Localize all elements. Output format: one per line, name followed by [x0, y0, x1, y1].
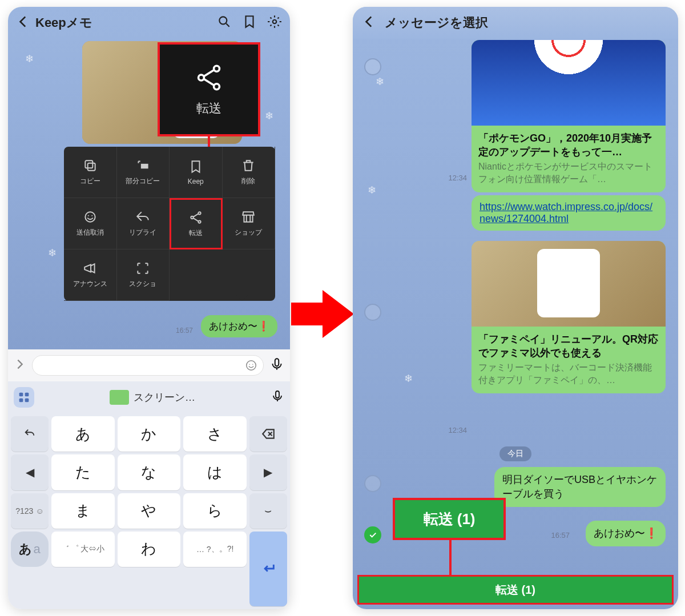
svg-point-11: [85, 212, 95, 222]
svg-rect-20: [25, 398, 29, 402]
key-ta[interactable]: た: [51, 454, 115, 490]
key-na[interactable]: な: [118, 454, 181, 490]
keyboard-header: スクリーン…: [8, 381, 290, 413]
link-bubble[interactable]: https://www.watch.impress.co.jp/docs/new…: [472, 195, 666, 231]
link-text[interactable]: https://www.watch.impress.co.jp/docs/new…: [480, 201, 652, 224]
time-akeome-r: 16:57: [551, 531, 570, 539]
callout-forward-count: 転送 (1): [393, 498, 506, 540]
flow-arrow-icon: [291, 285, 354, 343]
time-card1: 12:34: [448, 174, 467, 182]
date-chip: 今日: [499, 446, 531, 461]
header-right: メッセージを選択: [353, 7, 678, 39]
key-symbols[interactable]: ?123 ☺: [11, 493, 49, 529]
card1-desc: Nianticとポケモンがサービス中のスマートフォン向け位置情報ゲーム「…: [472, 160, 666, 193]
svg-rect-17: [19, 393, 23, 397]
svg-rect-18: [25, 393, 29, 397]
svg-point-7: [214, 83, 220, 89]
card-image-2: [472, 241, 666, 327]
time-card2: 12:34: [448, 426, 467, 434]
key-enter[interactable]: [249, 532, 287, 606]
menu-copy[interactable]: コピー: [64, 147, 117, 198]
bubble-akeome-r[interactable]: あけおめ〜❗: [586, 521, 666, 546]
svg-point-12: [191, 216, 194, 218]
header-left: Keepメモ: [8, 7, 290, 39]
svg-point-1: [273, 20, 277, 24]
message-input[interactable]: [32, 355, 264, 376]
svg-point-0: [219, 17, 227, 24]
callout-forward: 転送: [158, 42, 260, 136]
key-ha[interactable]: は: [183, 454, 247, 490]
time-akeome: 16:57: [176, 327, 193, 335]
phone-right: メッセージを選択 ❄ ❄ ❄ 「ポケモンGO」，2020年10月実施予定のアップ…: [353, 7, 678, 609]
select-ring-2[interactable]: [364, 304, 381, 321]
select-ring-1[interactable]: [364, 58, 381, 75]
grid-apps-icon[interactable]: [14, 387, 34, 408]
key-punct[interactable]: … ?、。?!: [183, 532, 247, 567]
menu-forward[interactable]: 転送: [170, 198, 223, 249]
menu-unsend[interactable]: 送信取消: [64, 198, 117, 249]
search-icon[interactable]: [217, 14, 232, 31]
card1-title: 「ポケモンGO」，2020年10月実施予定のアップデートをもって一…: [472, 126, 666, 160]
card-image-1: [472, 40, 666, 126]
mic-icon[interactable]: [269, 357, 284, 374]
svg-rect-9: [85, 160, 92, 168]
key-right[interactable]: ▶: [249, 454, 287, 490]
key-ka[interactable]: か: [118, 416, 181, 452]
key-ya[interactable]: や: [118, 493, 181, 529]
svg-rect-19: [19, 398, 23, 402]
svg-point-6: [214, 66, 220, 71]
menu-reply[interactable]: リプライ: [117, 198, 170, 249]
bubble-akeome[interactable]: あけおめ〜❗: [201, 315, 277, 337]
key-undo[interactable]: [11, 416, 49, 452]
svg-point-5: [199, 75, 204, 80]
menu-delete[interactable]: 削除: [223, 147, 276, 198]
keyboard: あ か さ ◀ た な は ▶ ?123 ☺ ま や ら ⌣ あa ゛゜大⇔小 …: [8, 413, 290, 609]
card2-desc: ファミリーマートは、バーコード決済機能付きアプリ「ファミペイ」の、…: [472, 361, 666, 394]
key-ra[interactable]: ら: [183, 493, 247, 529]
keyboard-suggestion[interactable]: スクリーン…: [40, 390, 265, 405]
context-menu: コピー 部分コピー Keep 削除 送信取消 リプライ 転送 ショップ アナウン…: [64, 147, 275, 301]
menu-partial-copy[interactable]: 部分コピー: [117, 147, 170, 198]
bubble-usb[interactable]: 明日ダイソーでUSBとイヤホンケーブルを買う: [494, 467, 666, 507]
key-ma[interactable]: ま: [51, 493, 115, 529]
back-icon[interactable]: [16, 14, 31, 31]
select-checked[interactable]: [364, 526, 381, 543]
menu-shop[interactable]: ショップ: [223, 198, 276, 249]
kb-mic-icon[interactable]: [271, 389, 284, 405]
menu-screenshot[interactable]: スクショ: [117, 249, 170, 301]
card-pokemon[interactable]: 「ポケモンGO」，2020年10月実施予定のアップデートをもって一… Niant…: [472, 40, 666, 192]
phone-left: Keepメモ ❄ ❄ ❄ 転送 コピー 部分: [8, 7, 290, 609]
key-space[interactable]: ⌣: [249, 493, 287, 529]
svg-point-13: [199, 212, 201, 214]
key-backspace[interactable]: [249, 416, 287, 452]
key-a[interactable]: あ: [51, 416, 115, 452]
select-ring-3[interactable]: [364, 475, 381, 492]
select-title: メッセージを選択: [385, 14, 488, 31]
callout-forward-label: 転送: [196, 100, 221, 117]
forward-button[interactable]: 転送 (1): [357, 575, 674, 605]
svg-rect-16: [275, 359, 279, 366]
key-wa[interactable]: わ: [118, 532, 181, 567]
svg-point-14: [199, 220, 201, 223]
input-bar: [8, 349, 290, 381]
svg-point-15: [247, 361, 256, 371]
key-language[interactable]: あa: [11, 532, 49, 567]
svg-rect-10: [142, 164, 148, 168]
card2-title: 「ファミペイ」リニューアル。QR対応でファミマ以外でも使える: [472, 327, 666, 361]
emoji-icon[interactable]: [245, 359, 257, 372]
menu-keep[interactable]: Keep: [170, 147, 223, 198]
key-left[interactable]: ◀: [11, 454, 49, 490]
svg-rect-8: [87, 163, 95, 171]
expand-icon[interactable]: [14, 358, 26, 373]
bookmark-icon[interactable]: [242, 14, 257, 31]
chat-title: Keepメモ: [35, 14, 92, 31]
back-icon[interactable]: [362, 14, 377, 31]
svg-rect-21: [276, 391, 279, 398]
card-famipay[interactable]: 「ファミペイ」リニューアル。QR対応でファミマ以外でも使える ファミリーマートは…: [472, 241, 666, 393]
key-size[interactable]: ゛゜大⇔小: [51, 532, 115, 567]
gear-icon[interactable]: [267, 14, 282, 31]
menu-announce[interactable]: アナウンス: [64, 249, 117, 301]
key-sa[interactable]: さ: [183, 416, 247, 452]
